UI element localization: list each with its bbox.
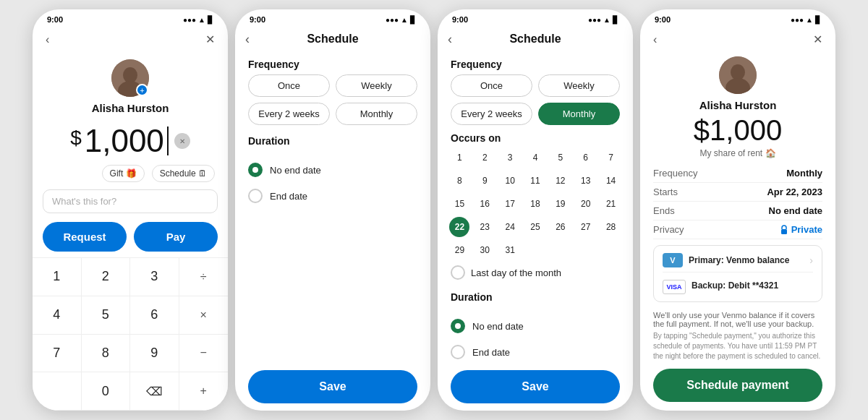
cal-2[interactable]: 2 — [473, 147, 497, 168]
cal-15[interactable]: 15 — [448, 193, 472, 215]
cal-grid: 1 2 3 4 5 6 7 8 9 10 11 12 13 14 — [448, 147, 623, 261]
pm-note: We'll only use your Venmo balance if it … — [640, 308, 835, 330]
end-date-option-3[interactable]: End date — [451, 339, 620, 363]
cal-11[interactable]: 11 — [524, 170, 548, 192]
clear-amount-button[interactable]: ✕ — [174, 133, 190, 149]
request-button[interactable]: Request — [43, 222, 127, 252]
cal-1[interactable]: 1 — [448, 147, 472, 168]
svg-point-1 — [123, 67, 137, 83]
cal-27[interactable]: 27 — [574, 216, 597, 238]
conf-avatar-section: Alisha Hurston — [640, 52, 835, 114]
cal-16[interactable]: 16 — [473, 193, 497, 215]
cal-7[interactable]: 7 — [599, 147, 623, 168]
schedule-payment-button[interactable]: Schedule payment — [653, 369, 822, 402]
time-3: 9:00 — [452, 15, 468, 24]
numpad-6[interactable]: 6 — [130, 296, 179, 335]
numpad-1[interactable]: 1 — [33, 258, 82, 296]
cal-3[interactable]: 3 — [498, 147, 522, 168]
cal-4[interactable]: 4 — [524, 147, 548, 168]
back-button-2[interactable]: ‹ — [245, 32, 250, 47]
note-input-1[interactable]: What's this for? — [43, 189, 218, 213]
status-bar-3: 9:00 ●●● ▲ ▊ — [438, 9, 633, 27]
cal-29[interactable]: 29 — [448, 239, 472, 261]
gift-chip[interactable]: Gift 🎁 — [102, 165, 145, 182]
numpad-backspace[interactable]: ⌫ — [130, 372, 179, 411]
cal-25[interactable]: 25 — [524, 216, 548, 238]
numpad-3[interactable]: 3 — [130, 258, 179, 296]
numpad-divide[interactable]: ÷ — [179, 258, 229, 296]
numpad-8[interactable]: 8 — [82, 335, 131, 373]
close-icon-1[interactable]: ✕ — [205, 33, 215, 46]
cal-30[interactable]: 30 — [473, 239, 497, 261]
frequency-label-2: Frequency — [235, 51, 430, 74]
numpad-4[interactable]: 4 — [33, 296, 82, 335]
cal-9[interactable]: 9 — [473, 170, 497, 192]
frequency-options-2: Once Weekly Every 2 weeks Monthly — [235, 74, 430, 128]
time-1: 9:00 — [47, 15, 63, 24]
back-icon-1[interactable]: ‹ — [46, 33, 49, 46]
cal-28[interactable]: 28 — [599, 216, 623, 238]
freq-every2weeks-2[interactable]: Every 2 weeks — [248, 103, 330, 125]
privacy-row: Privacy Private — [653, 220, 822, 239]
cal-31[interactable]: 31 — [498, 239, 522, 261]
cal-24[interactable]: 24 — [498, 216, 522, 238]
status-icons-1: ●●● ▲ ▊ — [183, 16, 213, 24]
numpad-7[interactable]: 7 — [33, 335, 82, 373]
freq-once-3[interactable]: Once — [451, 74, 532, 97]
no-end-date-option-3[interactable]: No end date — [451, 313, 620, 339]
numpad-2[interactable]: 2 — [82, 258, 131, 296]
freq-once-2[interactable]: Once — [248, 74, 330, 97]
cal-10[interactable]: 10 — [498, 170, 522, 192]
cal-22-selected[interactable]: 22 — [449, 217, 469, 237]
cal-8[interactable]: 8 — [448, 170, 472, 192]
back-icon-4[interactable]: ‹ — [653, 33, 657, 46]
freq-monthly-2[interactable]: Monthly — [336, 103, 417, 125]
add-friend-button[interactable]: + — [136, 84, 148, 96]
freq-monthly-3[interactable]: Monthly — [538, 103, 620, 125]
numpad-5[interactable]: 5 — [82, 296, 131, 335]
save-button-2[interactable]: Save — [248, 370, 417, 403]
cal-18[interactable]: 18 — [524, 193, 548, 215]
schedule-chip[interactable]: Schedule 🗓 — [152, 165, 215, 182]
end-date-option-2[interactable]: End date — [248, 183, 417, 209]
schedule-header-3: ‹ Schedule — [438, 27, 633, 51]
avatar-section-1: + Alisha Hurston — [33, 52, 228, 119]
cal-26[interactable]: 26 — [548, 216, 572, 238]
close-icon-4[interactable]: ✕ — [813, 33, 822, 46]
cal-21[interactable]: 21 — [599, 193, 623, 215]
status-icons-3: ●●● ▲ ▊ — [588, 16, 618, 24]
freq-every2weeks-3[interactable]: Every 2 weeks — [451, 103, 532, 125]
cal-6[interactable]: 6 — [574, 147, 597, 168]
ends-row: Ends No end date — [653, 202, 822, 220]
visa-badge: VISA — [663, 280, 686, 294]
cal-19[interactable]: 19 — [548, 193, 572, 215]
numpad-plus[interactable]: + — [179, 372, 229, 411]
save-button-3[interactable]: Save — [451, 370, 620, 403]
payment-method-box[interactable]: V Primary: Venmo balance › VISA Backup — [653, 245, 822, 302]
cal-17[interactable]: 17 — [498, 193, 522, 215]
radio-end-2 — [248, 189, 263, 203]
legal-text: By tapping "Schedule payment," you autho… — [640, 330, 835, 364]
radio-end-3 — [451, 345, 465, 359]
cal-13[interactable]: 13 — [574, 170, 597, 192]
wifi-icon-2: ▲ — [401, 16, 408, 24]
cal-12[interactable]: 12 — [548, 170, 572, 192]
cal-5[interactable]: 5 — [548, 147, 572, 168]
duration-section-3: No end date End date — [438, 307, 633, 363]
no-end-date-option-2[interactable]: No end date — [248, 157, 417, 183]
numpad-multiply[interactable]: × — [179, 296, 229, 335]
freq-weekly-3[interactable]: Weekly — [538, 74, 620, 97]
pay-button[interactable]: Pay — [134, 222, 218, 252]
freq-weekly-2[interactable]: Weekly — [336, 74, 417, 97]
schedule-header-2: ‹ Schedule — [235, 27, 430, 51]
numpad-9[interactable]: 9 — [130, 335, 179, 373]
numpad-minus[interactable]: − — [179, 335, 229, 373]
wifi-icon-4: ▲ — [806, 16, 813, 24]
cal-23[interactable]: 23 — [473, 216, 497, 238]
amount-display-1: $ 1,000 ✕ — [33, 119, 228, 160]
back-button-3[interactable]: ‹ — [448, 32, 452, 47]
cal-14[interactable]: 14 — [599, 170, 623, 192]
numpad-0[interactable]: 0 — [82, 372, 131, 411]
cal-20[interactable]: 20 — [574, 193, 597, 215]
last-day-row[interactable]: Last day of the month — [438, 261, 633, 284]
